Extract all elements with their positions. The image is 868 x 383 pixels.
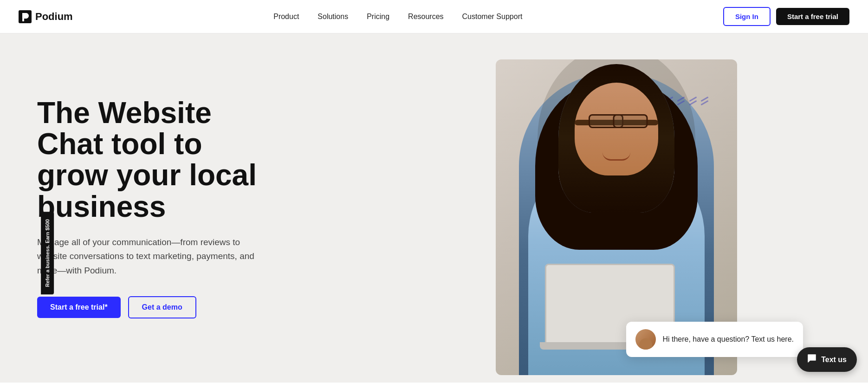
nav-item-support[interactable]: Customer Support — [462, 13, 523, 21]
get-demo-button[interactable]: Get a demo — [128, 296, 196, 318]
chat-avatar — [635, 329, 656, 350]
nav-item-solutions[interactable]: Solutions — [317, 13, 348, 21]
logo-icon — [19, 10, 32, 23]
nav-item-product[interactable]: Product — [273, 13, 299, 21]
chat-bubble: Hi there, have a question? Text us here. — [626, 322, 803, 357]
text-us-widget[interactable]: Text us — [797, 347, 857, 372]
signin-button[interactable]: Sign In — [723, 7, 771, 26]
chat-bubble-text: Hi there, have a question? Text us here. — [662, 334, 794, 344]
nav-link-solutions[interactable]: Solutions — [317, 13, 348, 20]
nav-menu: Product Solutions Pricing Resources Cust… — [273, 13, 522, 21]
logo-link[interactable]: Podium — [19, 10, 73, 23]
nav-link-pricing[interactable]: Pricing — [367, 13, 389, 20]
start-trial-nav-button[interactable]: Start a free trial — [776, 8, 849, 25]
hero-title: The Website Chat tool to grow your local… — [37, 97, 265, 222]
hero-buttons: Start a free trial* Get a demo — [37, 296, 265, 318]
hero-content: The Website Chat tool to grow your local… — [0, 70, 302, 346]
nav-link-product[interactable]: Product — [273, 13, 299, 20]
navbar-actions: Sign In Start a free trial — [723, 7, 849, 26]
side-referral-tab[interactable]: Refer a business. Earn $500 — [41, 212, 54, 294]
hero-section: The Website Chat tool to grow your local… — [0, 33, 868, 383]
chat-icon — [807, 354, 816, 363]
nav-item-resources[interactable]: Resources — [408, 13, 443, 21]
side-tab-label: Refer a business. Earn $500 — [45, 219, 50, 287]
start-trial-hero-button[interactable]: Start a free trial* — [37, 297, 121, 318]
text-us-label: Text us — [821, 356, 847, 364]
hero-subtitle: Manage all of your communication—from re… — [37, 235, 265, 278]
nav-item-pricing[interactable]: Pricing — [367, 13, 389, 21]
navbar: Podium Product Solutions Pricing Resourc… — [0, 0, 868, 33]
nav-link-support[interactable]: Customer Support — [462, 13, 523, 20]
logo-text: Podium — [35, 11, 73, 23]
text-us-icon — [807, 354, 816, 365]
nav-link-resources[interactable]: Resources — [408, 13, 443, 20]
svg-rect-1 — [22, 19, 24, 21]
